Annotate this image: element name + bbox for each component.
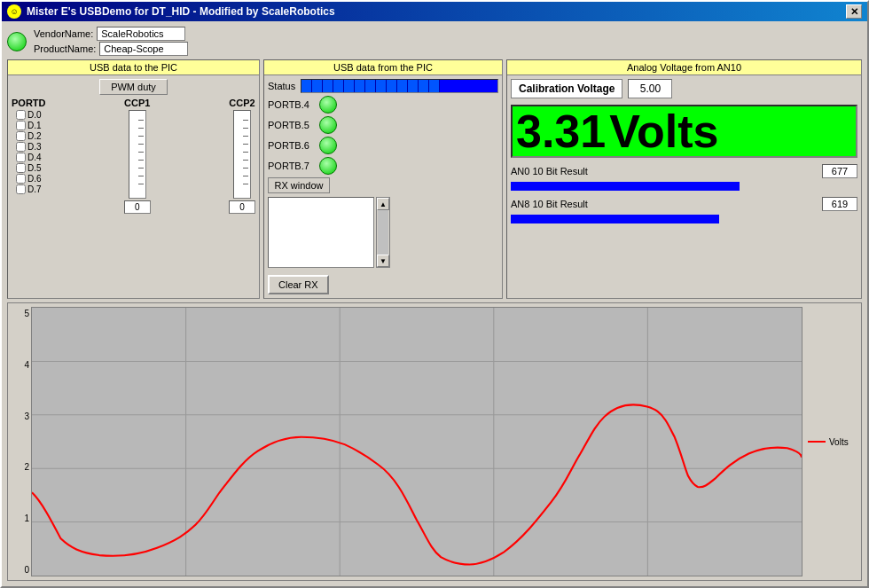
content-area: VendorName: ScaleRobotics ProductName: C… [2, 21, 867, 586]
usb-from-pic-content: Status PORTB.4 [264, 75, 502, 298]
vendor-info: VendorName: ScaleRobotics ProductName: C… [34, 27, 188, 56]
portd-bit6: D.6 [16, 174, 42, 184]
portd-bit7: D.7 [16, 184, 42, 194]
portd-check-6[interactable] [16, 174, 26, 184]
portb4-led [319, 96, 337, 114]
voltage-display: 3.31 Volts [511, 105, 857, 158]
calib-row: Calibration Voltage 5.00 [511, 79, 857, 98]
window-title: Mister E's USBDemo for DT_HID - Modified… [27, 5, 335, 18]
portd-bit0: D.0 [16, 110, 42, 120]
an8-bar [511, 215, 719, 223]
calib-value: 5.00 [628, 79, 672, 98]
scroll-down-btn[interactable]: ▼ [377, 255, 389, 267]
product-name-label: ProductName: [34, 43, 96, 54]
portb6-row: PORTB.6 [268, 137, 498, 154]
portd-check-5[interactable] [16, 163, 26, 173]
ccp2-slider-track [233, 110, 251, 199]
portb5-label: PORTB.5 [268, 120, 312, 130]
portd-label: PORTD [12, 98, 46, 108]
product-name-value: Cheap-Scope [99, 42, 188, 56]
portd-bit4: D.4 [16, 153, 42, 162]
legend-label-volts: Volts [829, 437, 849, 447]
portd-check-2[interactable] [16, 131, 26, 141]
ports-row: PORTD D.0 D.1 D.2 D.3 D.4 D.5 D.6 D.7 [12, 98, 255, 214]
an0-bar [511, 182, 740, 191]
vendor-name-label: VendorName: [34, 28, 93, 39]
portd-checkboxes: D.0 D.1 D.2 D.3 D.4 D.5 D.6 D.7 [16, 110, 42, 194]
portd-bit3: D.3 [16, 142, 42, 152]
portb7-led [319, 157, 337, 175]
portd-check-0[interactable] [16, 110, 26, 120]
analog-panel-content: Calibration Voltage 5.00 3.31 Volts AN0 … [507, 75, 861, 227]
scroll-up-btn[interactable]: ▲ [377, 198, 389, 210]
y-axis-labels: 5 4 3 2 1 0 [12, 307, 29, 576]
portd-bit2: D.2 [16, 131, 42, 141]
app-icon: ☺ [7, 4, 21, 19]
usb-from-pic-header: USB data from the PIC [264, 60, 502, 75]
ccp2-label: CCP2 [229, 98, 254, 108]
portd-check-4[interactable] [16, 153, 26, 162]
clear-rx-button[interactable]: Clear RX [268, 275, 329, 294]
chart-svg [32, 308, 802, 576]
status-row: Status [268, 79, 498, 93]
usb-to-pic-header: USB data to the PIC [8, 60, 259, 75]
portd-bit1: D.1 [16, 121, 42, 130]
rx-textarea[interactable] [268, 197, 374, 268]
ccp2-group: CCP2 0 [229, 98, 255, 214]
portb5-led [319, 116, 337, 134]
portb4-row: PORTB.4 [268, 96, 498, 114]
an8-value: 619 [822, 197, 857, 211]
title-bar: ☺ Mister E's USBDemo for DT_HID - Modifi… [2, 2, 867, 21]
status-progress-bar [301, 79, 498, 93]
portd-check-3[interactable] [16, 142, 26, 152]
portd-check-7[interactable] [16, 184, 26, 194]
ccp1-group: CCP1 0 [124, 98, 151, 214]
ccp2-slider-group: 0 [229, 110, 255, 214]
scroll-thumb[interactable] [378, 210, 388, 255]
analog-panel-header: Analog Voltage from AN10 [507, 60, 861, 75]
portb4-label: PORTB.4 [268, 99, 312, 110]
panels-row: USB data to the PIC PWM duty PORTD D.0 D… [7, 59, 862, 299]
legend-line-volts [808, 441, 826, 443]
portb7-row: PORTB.7 [268, 157, 498, 175]
an0-row: AN0 10 Bit Result 677 [511, 164, 857, 178]
title-bar-left: ☺ Mister E's USBDemo for DT_HID - Modifi… [7, 4, 335, 19]
portd-group: PORTD D.0 D.1 D.2 D.3 D.4 D.5 D.6 D.7 [12, 98, 46, 214]
voltage-unit: Volts [609, 108, 718, 154]
usb-to-pic-panel: USB data to the PIC PWM duty PORTD D.0 D… [7, 59, 260, 299]
ccp2-ticks [234, 111, 250, 198]
an0-value: 677 [822, 164, 857, 178]
ccp1-ticks [129, 111, 145, 198]
top-info-row: VendorName: ScaleRobotics ProductName: C… [7, 27, 862, 56]
portb6-label: PORTB.6 [268, 140, 312, 151]
vendor-name-row: VendorName: ScaleRobotics [34, 27, 188, 41]
chart-container: 5 4 3 2 1 0 [7, 302, 862, 581]
main-window: ☺ Mister E's USBDemo for DT_HID - Modifi… [0, 0, 869, 588]
connection-led [7, 32, 27, 51]
status-label: Status [268, 81, 295, 91]
an8-row: AN8 10 Bit Result 619 [511, 197, 857, 211]
ccp1-slider-track [129, 110, 146, 199]
ccp1-slider-group: 0 [124, 110, 151, 214]
portb6-led [319, 137, 337, 154]
rx-window-section: RX window ▲ ▼ Clear RX [268, 177, 498, 294]
portd-check-1[interactable] [16, 121, 26, 130]
close-button[interactable]: ✕ [846, 4, 862, 19]
calib-label: Calibration Voltage [511, 79, 622, 98]
an0-label: AN0 10 Bit Result [511, 166, 818, 176]
voltage-number: 3.31 [516, 108, 606, 154]
portb7-label: PORTB.7 [268, 161, 312, 171]
usb-from-pic-panel: USB data from the PIC Status [263, 59, 503, 299]
chart-area [31, 307, 802, 576]
portb5-row: PORTB.5 [268, 116, 498, 134]
usb-to-pic-content: PWM duty PORTD D.0 D.1 D.2 D.3 D.4 [8, 75, 259, 217]
chart-legend: Volts [804, 307, 857, 576]
portd-bit5: D.5 [16, 163, 42, 173]
ccp1-label: CCP1 [124, 98, 150, 108]
analog-voltage-panel: Analog Voltage from AN10 Calibration Vol… [506, 59, 862, 299]
vendor-name-value: ScaleRobotics [97, 27, 185, 41]
pwm-duty-button[interactable]: PWM duty [99, 79, 168, 95]
product-name-row: ProductName: Cheap-Scope [34, 42, 188, 56]
an8-label: AN8 10 Bit Result [511, 199, 818, 209]
rx-scrollbar[interactable]: ▲ ▼ [376, 197, 390, 268]
